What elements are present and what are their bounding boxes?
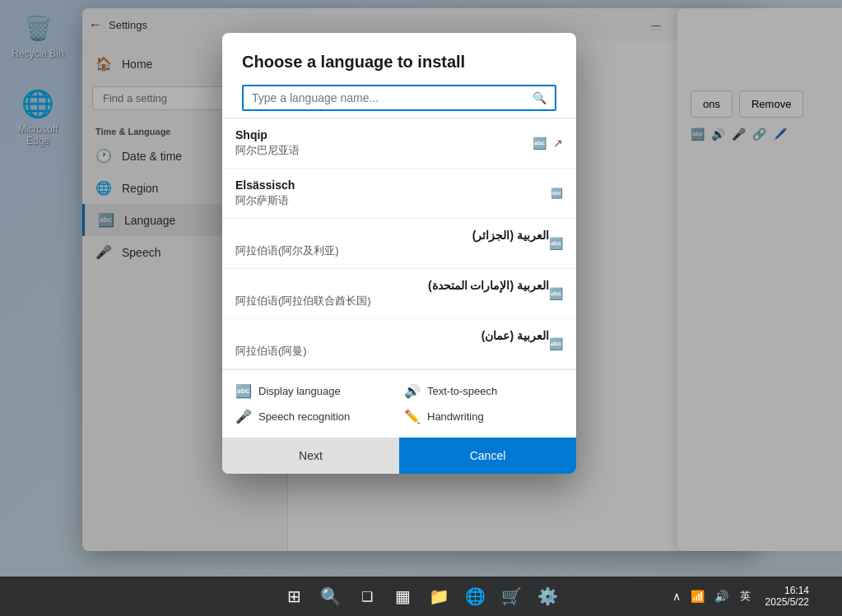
display-lang-icon-small: 🔤 (551, 188, 563, 199)
feature-display-language: 🔤 Display language (235, 383, 394, 399)
language-install-modal: Choose a language to install 🔍 Shqip 阿尔巴… (222, 33, 576, 474)
language-native: 阿拉伯语(阿曼) (235, 344, 549, 359)
modal-title: Choose a language to install (242, 53, 556, 72)
modal-buttons: Next Cancel (222, 438, 576, 474)
speech-recognition-icon: 🎤 (235, 409, 252, 424)
taskbar-start[interactable]: ⊞ (278, 580, 311, 613)
taskbar-caret-icon[interactable]: ∧ (669, 586, 684, 606)
language-name: العربية (الجزائر) (235, 229, 549, 242)
taskbar-clock[interactable]: 16:14 2025/5/22 (759, 585, 816, 608)
display-lang-icon: 🔤 (549, 287, 563, 300)
taskbar-right: ∧ 📶 🔊 英 16:14 2025/5/22 (669, 580, 835, 613)
language-native: 阿尔萨斯语 (235, 193, 551, 208)
language-native: 阿尔巴尼亚语 (235, 143, 533, 158)
language-native: 阿拉伯语(阿拉伯联合酋长国) (235, 294, 549, 308)
modal-overlay: Choose a language to install 🔍 Shqip 阿尔巴… (0, 0, 842, 616)
language-search-input[interactable] (252, 91, 533, 104)
display-lang-icon: 🔤 (549, 337, 563, 350)
taskbar-time-display: 16:14 (784, 585, 809, 596)
taskbar: ⊞ 🔍 ❑ ▦ 📁 🌐 🛒 ⚙️ ∧ 📶 🔊 英 16:14 2025/5/22 (0, 577, 842, 616)
taskbar-date-display: 2025/5/22 (765, 596, 809, 608)
features-section: 🔤 Display language 🔊 Text-to-speech 🎤 Sp… (222, 369, 576, 438)
taskbar-corner[interactable] (819, 580, 835, 613)
search-icon: 🔍 (533, 91, 547, 104)
taskbar-explorer[interactable]: 📁 (423, 580, 456, 613)
display-language-icon: 🔤 (235, 383, 252, 399)
taskbar-taskview[interactable]: ❑ (351, 580, 384, 613)
feature-handwriting: ✏️ Handwriting (404, 409, 563, 424)
link-icon: ↗ (553, 137, 563, 150)
taskbar-edge[interactable]: 🌐 (459, 580, 492, 613)
next-button[interactable]: Next (222, 438, 399, 474)
display-lang-icon: 🔤 (533, 137, 547, 150)
language-native: 阿拉伯语(阿尔及利亚) (235, 243, 549, 258)
language-item-shqip[interactable]: Shqip 阿尔巴尼亚语 🔤 ↗ (222, 118, 576, 169)
taskbar-widgets[interactable]: ▦ (387, 580, 420, 613)
language-name: Elsässisch (235, 178, 551, 192)
feature-text-to-speech: 🔊 Text-to-speech (404, 383, 563, 399)
taskbar-store[interactable]: 🛒 (495, 580, 528, 613)
language-list: Shqip 阿尔巴尼亚语 🔤 ↗ Elsässisch 阿尔萨斯语 🔤 (222, 118, 576, 369)
handwriting-icon: ✏️ (404, 409, 421, 424)
tts-icon: 🔊 (404, 383, 421, 399)
language-item-elsassisch[interactable]: Elsässisch 阿尔萨斯语 🔤 (222, 169, 576, 219)
language-item-arabic-dz[interactable]: العربية (الجزائر) 阿拉伯语(阿尔及利亚) 🔤 (222, 219, 576, 269)
volume-icon[interactable]: 🔊 (711, 586, 732, 606)
language-name: Shqip (235, 128, 533, 141)
language-name: العربية (عمان) (235, 329, 549, 342)
language-item-arabic-om[interactable]: العربية (عمان) 阿拉伯语(阿曼) 🔤 (222, 319, 576, 369)
taskbar-search[interactable]: 🔍 (314, 580, 347, 613)
taskbar-settings[interactable]: ⚙️ (532, 580, 565, 613)
feature-speech-recognition: 🎤 Speech recognition (235, 409, 394, 424)
taskbar-center: ⊞ 🔍 ❑ ▦ 📁 🌐 🛒 ⚙️ (278, 580, 565, 613)
modal-search-box[interactable]: 🔍 (242, 85, 556, 111)
cancel-button[interactable]: Cancel (399, 438, 576, 474)
taskbar-lang[interactable]: 英 (735, 586, 756, 607)
language-item-arabic-ae[interactable]: العربية (الإمارات المتحدة) 阿拉伯语(阿拉伯联合酋长国… (222, 269, 576, 319)
network-icon[interactable]: 📶 (687, 586, 708, 606)
language-name: العربية (الإمارات المتحدة) (235, 279, 549, 292)
display-lang-icon: 🔤 (549, 237, 563, 250)
